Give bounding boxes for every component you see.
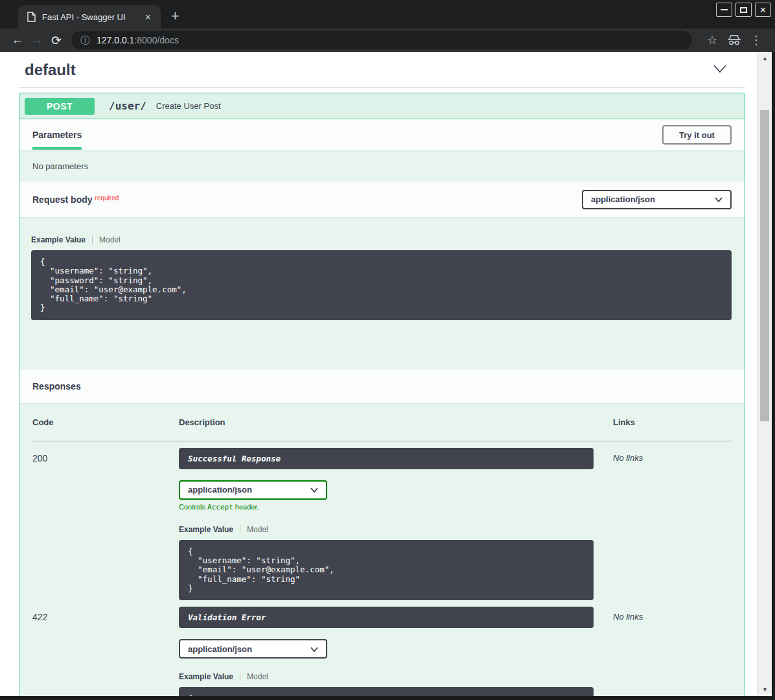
response-links: No links	[613, 448, 731, 600]
column-header-description: Description	[179, 417, 613, 427]
tag-title[interactable]: default	[25, 61, 76, 79]
minimize-icon	[721, 9, 728, 10]
close-button[interactable]: ✕	[755, 3, 771, 17]
incognito-icon	[723, 34, 745, 46]
site-info-icon[interactable]: ⓘ	[80, 34, 90, 47]
responses-table-header: Code Description Links	[32, 417, 732, 441]
url-path: :8000/docs	[134, 35, 179, 45]
example-model-tabs: Example Value Model	[179, 672, 613, 681]
browser-toolbar: ← → ⟳ ⓘ 127.0.0.1 :8000/docs ☆ ⋮	[0, 29, 775, 52]
response-description-text: Successful Response	[188, 454, 281, 463]
request-body-header: Request body required application/json	[19, 181, 745, 217]
responses-header: Responses	[19, 369, 745, 403]
endpoint-summary[interactable]: POST /user/ Create User Post	[19, 93, 745, 119]
example-model-tabs: Example Value Model	[179, 525, 613, 534]
accept-note-code: Accept	[207, 503, 233, 511]
response-row-200: 200 Successful Response application/json…	[32, 448, 732, 600]
method-badge: POST	[25, 98, 95, 115]
response-description-bar: Validation Error	[179, 607, 594, 628]
collapse-chevron-icon[interactable]	[713, 64, 727, 76]
chevron-down-icon	[715, 194, 723, 204]
address-bar[interactable]: ⓘ 127.0.0.1 :8000/docs	[71, 31, 692, 49]
forward-icon[interactable]: →	[27, 33, 47, 47]
url-host: 127.0.0.1	[97, 35, 134, 45]
tag-section-header: default	[19, 52, 745, 88]
scroll-down-icon[interactable]: ▼	[758, 684, 772, 695]
scrollbar[interactable]: ▲ ▼	[757, 52, 772, 696]
response-code: 200	[32, 448, 179, 600]
back-icon[interactable]: ←	[8, 33, 27, 47]
response-media-type-value: application/json	[188, 644, 252, 654]
no-parameters-text: No parameters	[19, 150, 745, 181]
reload-icon[interactable]: ⟳	[47, 33, 66, 48]
tab-model[interactable]: Model	[247, 525, 268, 534]
maximize-icon	[740, 7, 747, 13]
chevron-down-icon	[310, 644, 318, 654]
responses-label: Responses	[32, 381, 81, 391]
response-media-type-value: application/json	[188, 485, 252, 495]
tab-example-value[interactable]: Example Value	[31, 235, 86, 244]
try-it-out-button[interactable]: Try it out	[662, 125, 732, 145]
parameters-header: Parameters Try it out	[19, 119, 745, 150]
tab-strip: Fast API - Swagger UI ✕ +	[0, 0, 775, 29]
scrollbar-thumb[interactable]	[760, 110, 769, 421]
tab-title: Fast API - Swagger UI	[42, 12, 142, 22]
page-icon	[27, 12, 36, 22]
tab-divider	[240, 673, 240, 681]
tab-parameters[interactable]: Parameters	[32, 130, 82, 140]
response-media-type-select-422[interactable]: application/json	[179, 639, 327, 659]
column-header-code: Code	[32, 417, 179, 427]
response-row-422: 422 Validation Error application/json	[32, 607, 732, 700]
request-body-label: Request body	[32, 194, 93, 205]
accept-header-note: Controls Accept header.	[179, 503, 613, 511]
new-tab-button[interactable]: +	[171, 8, 179, 25]
tab-divider	[240, 525, 240, 533]
response-example-code-200: { "username": "string", "email": "user@e…	[179, 540, 594, 600]
request-example-code: { "username": "string", "password": "str…	[31, 250, 732, 320]
window-frame-right	[772, 52, 775, 700]
tab-model[interactable]: Model	[247, 672, 268, 681]
accept-note-prefix: Controls	[179, 503, 207, 511]
responses-table: Code Description Links 200 Successful Re…	[19, 403, 745, 700]
bookmark-star-icon[interactable]: ☆	[701, 33, 723, 47]
accept-note-suffix: header.	[233, 503, 259, 511]
tab-model[interactable]: Model	[99, 235, 121, 244]
window-controls: ✕	[716, 3, 771, 17]
tab-close-icon[interactable]: ✕	[142, 12, 154, 22]
maximize-button[interactable]	[735, 3, 752, 17]
tab-example-value[interactable]: Example Value	[179, 672, 233, 681]
response-links: No links	[613, 607, 731, 700]
browser-tab[interactable]: Fast API - Swagger UI ✕	[18, 5, 161, 29]
response-media-type-select-200[interactable]: application/json	[179, 480, 327, 500]
required-badge: required	[95, 194, 119, 202]
request-media-type-select[interactable]: application/json	[582, 190, 732, 209]
request-media-type-value: application/json	[591, 194, 655, 204]
example-model-tabs: Example Value Model	[31, 235, 732, 244]
endpoint-path: /user/	[109, 100, 146, 112]
response-description-bar: Successful Response	[179, 448, 594, 469]
tab-example-value[interactable]: Example Value	[179, 525, 233, 534]
window-frame-bottom	[0, 696, 775, 700]
close-icon: ✕	[759, 6, 767, 14]
browser-chrome: Fast API - Swagger UI ✕ + ✕ ← → ⟳ ⓘ 127.…	[0, 0, 775, 52]
response-code: 422	[32, 607, 179, 700]
opblock-post-user: POST /user/ Create User Post Parameters …	[19, 93, 745, 700]
tab-divider	[92, 236, 93, 244]
endpoint-description: Create User Post	[156, 101, 221, 111]
swagger-page: default POST /user/ Create User Post Par…	[0, 52, 775, 700]
scroll-up-icon[interactable]: ▲	[758, 53, 772, 64]
response-description-text: Validation Error	[188, 612, 266, 622]
request-body-section: Example Value Model { "username": "strin…	[19, 217, 745, 369]
chevron-down-icon	[310, 485, 318, 495]
menu-dots-icon[interactable]: ⋮	[745, 33, 767, 47]
column-header-links: Links	[613, 417, 731, 427]
minimize-button[interactable]	[716, 3, 732, 17]
